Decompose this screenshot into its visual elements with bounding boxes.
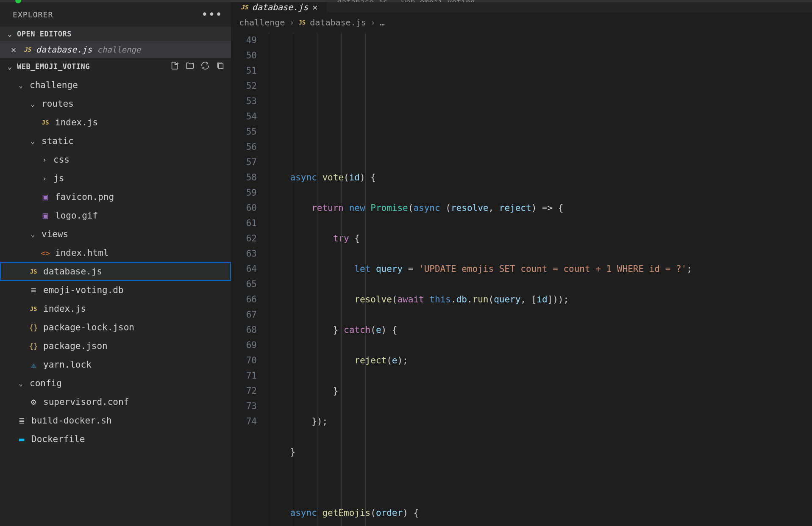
code-area[interactable]: 4950515253545556575859606162636465666768… bbox=[231, 33, 812, 526]
line-gutter: 4950515253545556575859606162636465666768… bbox=[231, 33, 269, 526]
tree-item-views[interactable]: ⌄views bbox=[0, 225, 231, 244]
tree-item-logo-gif[interactable]: ▣logo.gif bbox=[0, 206, 231, 225]
breadcrumb[interactable]: challenge › JS database.js › … bbox=[231, 12, 812, 33]
tree-item-label: package.json bbox=[43, 341, 108, 351]
explorer-header: EXPLORER ••• bbox=[0, 2, 231, 27]
breadcrumb-folder[interactable]: challenge bbox=[239, 17, 285, 28]
chevron-right-icon: › bbox=[370, 17, 375, 28]
tree-item-label: build-docker.sh bbox=[31, 415, 112, 426]
tree-item-package-json[interactable]: {}package.json bbox=[0, 337, 231, 355]
tree-item-build-docker-sh[interactable]: ≣build-docker.sh bbox=[0, 411, 231, 430]
tree-item-emoji-voting-db[interactable]: ≡emoji-voting.db bbox=[0, 281, 231, 299]
tree-item-dockerfile[interactable]: ▬Dockerfile bbox=[0, 430, 231, 448]
workspace-label: WEB_EMOJI_VOTING bbox=[17, 62, 90, 71]
breadcrumb-file[interactable]: database.js bbox=[310, 17, 366, 28]
tree-item-label: index.html bbox=[55, 248, 108, 258]
tree-item-label: challenge bbox=[30, 80, 78, 90]
open-editor-context: challenge bbox=[97, 45, 141, 54]
explorer-label: EXPLORER bbox=[13, 10, 53, 19]
new-folder-icon[interactable] bbox=[185, 61, 195, 72]
tree-item-label: js bbox=[53, 173, 64, 183]
tree-item-label: package-lock.json bbox=[43, 322, 134, 332]
tree-item-label: views bbox=[42, 229, 68, 239]
file-tree: ⌄challenge⌄routesJSindex.js⌄static›css›j… bbox=[0, 75, 231, 448]
tree-item-label: routes bbox=[42, 99, 74, 109]
tree-item-config[interactable]: ⌄config bbox=[0, 374, 231, 393]
code-content[interactable]: async vote(id) { return new Promise(asyn… bbox=[269, 33, 692, 526]
tree-item-label: favicon.png bbox=[55, 192, 114, 202]
open-editors-label: OPEN EDITORS bbox=[17, 30, 72, 38]
open-editors-section[interactable]: ⌄ OPEN EDITORS bbox=[0, 27, 231, 41]
tree-item-label: logo.gif bbox=[55, 210, 98, 221]
tree-item-label: yarn.lock bbox=[43, 360, 92, 370]
close-icon[interactable]: ✕ bbox=[11, 44, 19, 55]
tree-item-index-html[interactable]: <>index.html bbox=[0, 244, 231, 262]
tree-item-label: Dockerfile bbox=[31, 434, 85, 444]
tree-item-label: css bbox=[53, 155, 70, 165]
svg-rect-0 bbox=[218, 64, 223, 68]
js-icon: JS bbox=[24, 46, 31, 53]
tree-item-label: emoji-voting.db bbox=[43, 285, 124, 295]
tab-bar: JS database.js ✕ bbox=[231, 2, 812, 12]
open-editor-item[interactable]: ✕ JS database.js challenge bbox=[0, 41, 231, 58]
tree-item-index-js[interactable]: JSindex.js bbox=[0, 299, 231, 318]
chevron-down-icon: ⌄ bbox=[6, 62, 14, 71]
tree-item-index-js[interactable]: JSindex.js bbox=[0, 113, 231, 132]
chevron-right-icon: › bbox=[289, 17, 294, 28]
tab-label: database.js bbox=[252, 2, 308, 12]
tree-item-challenge[interactable]: ⌄challenge bbox=[0, 76, 231, 94]
refresh-icon[interactable] bbox=[200, 61, 210, 72]
editor-panel: JS database.js ✕ challenge › JS database… bbox=[231, 2, 812, 526]
tree-item-label: index.js bbox=[55, 117, 98, 127]
explorer-sidebar: EXPLORER ••• ⌄ OPEN EDITORS ✕ JS databas… bbox=[0, 2, 231, 526]
js-icon: JS bbox=[298, 19, 306, 26]
tree-item-favicon-png[interactable]: ▣favicon.png bbox=[0, 188, 231, 206]
breadcrumb-tail: … bbox=[380, 17, 385, 28]
tree-item-supervisord-conf[interactable]: ⚙supervisord.conf bbox=[0, 393, 231, 411]
workspace-section[interactable]: ⌄ WEB_EMOJI_VOTING bbox=[0, 58, 231, 75]
tree-item-label: index.js bbox=[43, 304, 86, 314]
tree-item-database-js[interactable]: JSdatabase.js bbox=[0, 262, 231, 281]
tree-item-package-lock-json[interactable]: {}package-lock.json bbox=[0, 318, 231, 337]
close-icon[interactable]: ✕ bbox=[312, 2, 317, 12]
tree-item-label: config bbox=[30, 378, 62, 388]
collapse-all-icon[interactable] bbox=[216, 61, 225, 72]
tree-item-label: database.js bbox=[43, 266, 102, 277]
open-editor-file: database.js bbox=[36, 44, 92, 55]
tree-item-css[interactable]: ›css bbox=[0, 150, 231, 169]
js-icon: JS bbox=[241, 4, 248, 11]
tab-database-js[interactable]: JS database.js ✕ bbox=[231, 2, 327, 12]
tree-item-label: supervisord.conf bbox=[43, 397, 129, 407]
tree-item-label: static bbox=[42, 136, 74, 146]
tree-item-yarn-lock[interactable]: ⟁yarn.lock bbox=[0, 355, 231, 374]
tree-item-js[interactable]: ›js bbox=[0, 169, 231, 188]
tree-item-static[interactable]: ⌄static bbox=[0, 132, 231, 150]
explorer-more-icon[interactable]: ••• bbox=[201, 8, 222, 21]
tree-item-routes[interactable]: ⌄routes bbox=[0, 94, 231, 113]
new-file-icon[interactable] bbox=[170, 61, 179, 72]
chevron-down-icon: ⌄ bbox=[6, 30, 14, 38]
